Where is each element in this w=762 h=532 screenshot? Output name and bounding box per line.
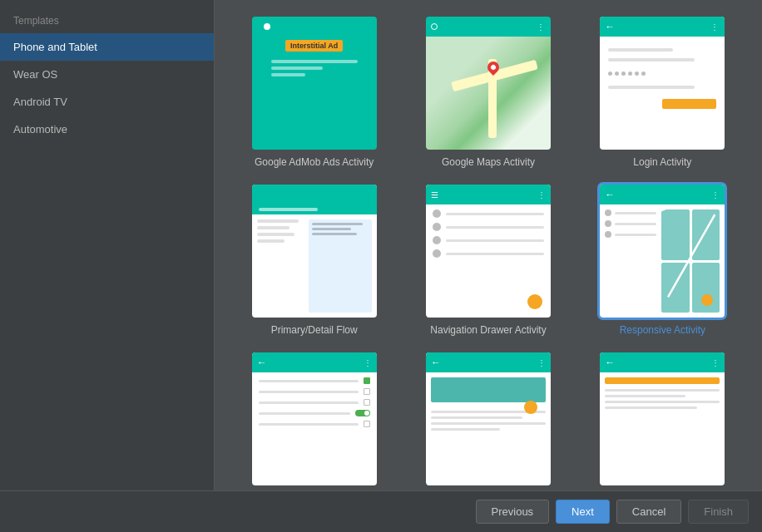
login-dot-4: [628, 71, 632, 76]
settings-body: [252, 372, 377, 485]
template-settings[interactable]: ← ⋮: [240, 352, 388, 490]
template-thumb-admob: Interstitial Ad: [252, 17, 377, 150]
next-button[interactable]: Next: [556, 500, 610, 524]
primary-left-bar-3: [257, 233, 294, 236]
sidebar-title: Templates: [0, 7, 214, 33]
login-dots: ⋮: [710, 22, 720, 32]
master-body: [600, 372, 725, 485]
settings-preview: ← ⋮: [252, 352, 377, 485]
sidebar: Templates Phone and Tablet Wear OS Andro…: [0, 0, 215, 490]
scrollable-body: [426, 372, 551, 485]
scrollable-fab: [524, 401, 537, 414]
sidebar-item-wear-os[interactable]: Wear OS: [0, 61, 214, 88]
navdrawer-row-4: [433, 249, 544, 258]
template-label-admob: Google AdMob Ads Activity: [255, 156, 374, 168]
master-gray-bar-1: [605, 389, 720, 392]
navdrawer-menu-icon: ☰: [431, 190, 438, 200]
admob-line-1: [271, 60, 358, 63]
login-dot-5: [635, 71, 639, 76]
template-thumb-nav-drawer: ☰ ⋮: [426, 185, 551, 318]
primary-left-bar-2: [257, 226, 289, 229]
admob-badge: Interstitial Ad: [285, 40, 343, 52]
scrollable-preview: ← ⋮: [426, 352, 551, 485]
scroll-line-2: [431, 416, 522, 419]
main-layout: Templates Phone and Tablet Wear OS Andro…: [0, 0, 762, 490]
navdrawer-preview: ☰ ⋮: [426, 185, 551, 318]
template-label-maps: Google Maps Activity: [442, 156, 535, 168]
settings-row-5: [259, 421, 370, 427]
settings-checkbox-2: [364, 388, 370, 395]
login-bar-3: [608, 86, 695, 89]
sidebar-item-android-tv[interactable]: Android TV: [0, 88, 214, 116]
settings-row-2: [259, 388, 370, 395]
navdrawer-bar-4: [446, 253, 544, 255]
resp-bar-3: [615, 234, 656, 236]
maps-back-icon: [431, 23, 438, 30]
scroll-line-4: [431, 428, 500, 431]
resp-bar-1: [615, 212, 656, 214]
master-gray-bar-4: [605, 406, 696, 409]
navdrawer-circle-3: [433, 236, 441, 244]
master-dots: ⋮: [711, 358, 720, 367]
settings-checkbox-3: [364, 399, 370, 406]
template-thumb-scrollable: ← ⋮: [426, 352, 551, 485]
settings-text-4: [259, 412, 350, 415]
resp-row-2: [605, 220, 656, 227]
sidebar-item-phone-tablet[interactable]: Phone and Tablet: [0, 33, 214, 61]
settings-row-3: [259, 399, 370, 406]
template-admob[interactable]: Interstitial Ad Google AdMob Ads Activit…: [240, 17, 388, 168]
login-dot-3: [621, 71, 626, 76]
primary-right-bar-2: [312, 228, 351, 230]
template-label-primary-detail: Primary/Detail Flow: [271, 324, 358, 336]
template-thumb-responsive: ← ⋮: [600, 185, 725, 318]
login-bar-1: [608, 48, 673, 52]
primary-header: [252, 185, 377, 214]
login-body: [600, 37, 725, 150]
responsive-body: [600, 204, 725, 318]
settings-text-1: [259, 380, 359, 382]
scrollable-dots: ⋮: [537, 358, 546, 367]
template-scrollable[interactable]: ← ⋮: [413, 352, 562, 490]
settings-dots: ⋮: [364, 358, 372, 367]
responsive-right-col: [661, 209, 720, 313]
template-login[interactable]: ← ⋮: [588, 17, 737, 168]
scroll-line-3: [431, 422, 546, 425]
primary-left-bar-1: [257, 219, 299, 223]
resp-cell-1: [661, 209, 689, 260]
primary-header-bar: [259, 208, 318, 211]
resp-cell-3: [661, 263, 689, 313]
master-yellow-bar: [605, 377, 720, 384]
template-master-detail[interactable]: ← ⋮ Master/Detail Flow: [588, 352, 737, 490]
previous-button[interactable]: Previous: [476, 500, 550, 524]
template-label-login: Login Activity: [633, 156, 691, 168]
primary-right-bar-1: [312, 223, 363, 225]
login-bar-2: [608, 58, 695, 62]
template-nav-drawer[interactable]: ☰ ⋮: [413, 185, 562, 336]
login-back-icon: ←: [605, 21, 615, 32]
primary-right: [309, 219, 372, 313]
sidebar-item-automotive[interactable]: Automotive: [0, 116, 214, 143]
resp-circle-1: [605, 209, 611, 216]
template-thumb-settings: ← ⋮: [252, 352, 377, 485]
template-thumb-login: ← ⋮: [600, 17, 725, 150]
admob-dot: [264, 23, 270, 30]
login-preview: ← ⋮: [600, 17, 725, 150]
template-primary-detail[interactable]: Primary/Detail Flow: [240, 185, 388, 336]
template-maps[interactable]: ⋮ Google Maps Activity: [413, 17, 562, 168]
scrollable-back-icon: ←: [431, 357, 441, 368]
responsive-left-col: [605, 209, 656, 313]
resp-bar-2: [615, 223, 656, 225]
primary-right-bar-3: [312, 233, 357, 235]
login-dot-6: [641, 71, 646, 76]
settings-text-2: [259, 391, 359, 393]
template-thumb-primary-detail: [252, 185, 377, 318]
responsive-back-icon: ←: [605, 189, 615, 200]
admob-preview: Interstitial Ad: [252, 17, 377, 150]
login-dots-row: [608, 71, 716, 76]
master-toolbar: ← ⋮: [600, 352, 725, 372]
settings-row-4: [259, 410, 370, 416]
master-preview: ← ⋮: [600, 352, 725, 485]
template-responsive[interactable]: ← ⋮: [588, 185, 737, 336]
finish-button[interactable]: Finish: [688, 500, 749, 524]
cancel-button[interactable]: Cancel: [616, 500, 681, 524]
